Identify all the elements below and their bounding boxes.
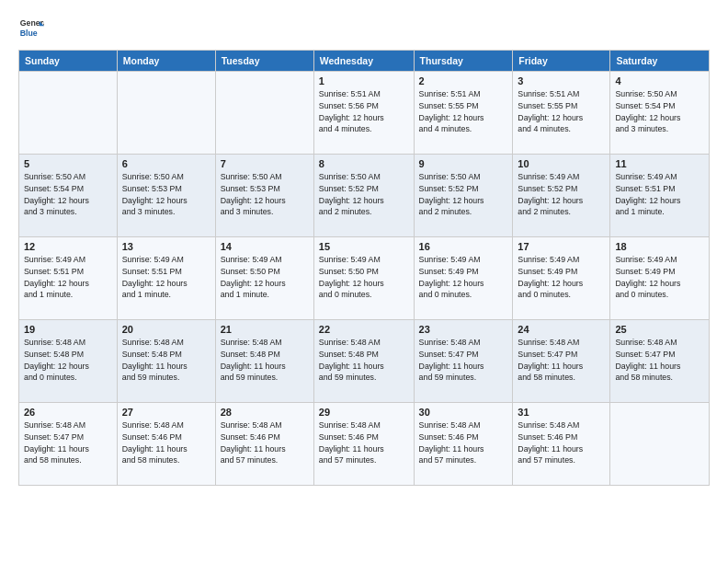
day-info: Sunrise: 5:49 AMSunset: 5:49 PMDaylight:… bbox=[419, 254, 508, 301]
week-row-4: 19Sunrise: 5:48 AMSunset: 5:48 PMDayligh… bbox=[19, 320, 710, 403]
calendar-cell: 17Sunrise: 5:49 AMSunset: 5:49 PMDayligh… bbox=[513, 237, 610, 320]
calendar-cell: 21Sunrise: 5:48 AMSunset: 5:48 PMDayligh… bbox=[215, 320, 313, 403]
day-info: Sunrise: 5:48 AMSunset: 5:46 PMDaylight:… bbox=[518, 419, 605, 466]
day-number: 29 bbox=[319, 407, 409, 418]
calendar-cell: 19Sunrise: 5:48 AMSunset: 5:48 PMDayligh… bbox=[19, 320, 118, 403]
day-number: 24 bbox=[518, 324, 605, 335]
calendar-cell: 12Sunrise: 5:49 AMSunset: 5:51 PMDayligh… bbox=[19, 237, 118, 320]
day-info: Sunrise: 5:49 AMSunset: 5:50 PMDaylight:… bbox=[319, 254, 409, 301]
calendar-cell: 3Sunrise: 5:51 AMSunset: 5:55 PMDaylight… bbox=[513, 72, 610, 155]
day-info: Sunrise: 5:51 AMSunset: 5:56 PMDaylight:… bbox=[319, 88, 409, 135]
calendar-cell: 14Sunrise: 5:49 AMSunset: 5:50 PMDayligh… bbox=[215, 237, 313, 320]
day-number: 18 bbox=[615, 241, 704, 252]
day-number: 11 bbox=[615, 158, 704, 169]
calendar-cell: 11Sunrise: 5:49 AMSunset: 5:51 PMDayligh… bbox=[610, 155, 710, 237]
logo: General Blue bbox=[18, 15, 48, 40]
day-info: Sunrise: 5:48 AMSunset: 5:48 PMDaylight:… bbox=[221, 337, 309, 384]
logo-icon: General Blue bbox=[18, 15, 44, 40]
calendar-cell: 2Sunrise: 5:51 AMSunset: 5:55 PMDaylight… bbox=[414, 72, 513, 155]
day-info: Sunrise: 5:48 AMSunset: 5:47 PMDaylight:… bbox=[518, 337, 605, 384]
calendar-cell: 10Sunrise: 5:49 AMSunset: 5:52 PMDayligh… bbox=[513, 155, 610, 237]
day-number: 31 bbox=[518, 407, 605, 418]
day-number: 22 bbox=[319, 324, 409, 335]
day-number: 26 bbox=[24, 407, 112, 418]
day-info: Sunrise: 5:49 AMSunset: 5:51 PMDaylight:… bbox=[122, 254, 210, 301]
day-header-friday: Friday bbox=[513, 51, 610, 72]
day-header-tuesday: Tuesday bbox=[215, 51, 313, 72]
svg-text:Blue: Blue bbox=[20, 29, 38, 38]
day-info: Sunrise: 5:51 AMSunset: 5:55 PMDaylight:… bbox=[518, 88, 605, 135]
week-row-5: 26Sunrise: 5:48 AMSunset: 5:47 PMDayligh… bbox=[19, 403, 710, 486]
day-header-sunday: Sunday bbox=[19, 51, 118, 72]
day-info: Sunrise: 5:49 AMSunset: 5:51 PMDaylight:… bbox=[24, 254, 112, 301]
calendar-cell: 4Sunrise: 5:50 AMSunset: 5:54 PMDaylight… bbox=[610, 72, 710, 155]
day-info: Sunrise: 5:50 AMSunset: 5:54 PMDaylight:… bbox=[24, 171, 112, 218]
day-info: Sunrise: 5:50 AMSunset: 5:52 PMDaylight:… bbox=[419, 171, 508, 218]
calendar-cell bbox=[215, 72, 313, 155]
calendar-cell: 7Sunrise: 5:50 AMSunset: 5:53 PMDaylight… bbox=[215, 155, 313, 237]
day-number: 15 bbox=[319, 241, 409, 252]
day-info: Sunrise: 5:48 AMSunset: 5:47 PMDaylight:… bbox=[24, 419, 112, 466]
calendar-cell: 5Sunrise: 5:50 AMSunset: 5:54 PMDaylight… bbox=[19, 155, 118, 237]
calendar-cell bbox=[19, 72, 118, 155]
day-info: Sunrise: 5:49 AMSunset: 5:49 PMDaylight:… bbox=[615, 254, 704, 301]
day-header-thursday: Thursday bbox=[414, 51, 513, 72]
day-number: 3 bbox=[518, 75, 605, 86]
day-info: Sunrise: 5:48 AMSunset: 5:46 PMDaylight:… bbox=[419, 419, 508, 466]
day-info: Sunrise: 5:48 AMSunset: 5:47 PMDaylight:… bbox=[615, 337, 704, 384]
calendar-cell: 18Sunrise: 5:49 AMSunset: 5:49 PMDayligh… bbox=[610, 237, 710, 320]
day-info: Sunrise: 5:50 AMSunset: 5:53 PMDaylight:… bbox=[122, 171, 210, 218]
day-number: 27 bbox=[122, 407, 210, 418]
day-number: 20 bbox=[122, 324, 210, 335]
day-number: 16 bbox=[419, 241, 508, 252]
day-number: 8 bbox=[319, 158, 409, 169]
calendar-cell: 1Sunrise: 5:51 AMSunset: 5:56 PMDaylight… bbox=[313, 72, 414, 155]
day-info: Sunrise: 5:50 AMSunset: 5:54 PMDaylight:… bbox=[615, 88, 704, 135]
calendar-cell: 9Sunrise: 5:50 AMSunset: 5:52 PMDaylight… bbox=[414, 155, 513, 237]
day-number: 9 bbox=[419, 158, 508, 169]
header: General Blue bbox=[18, 15, 710, 40]
calendar-cell: 26Sunrise: 5:48 AMSunset: 5:47 PMDayligh… bbox=[19, 403, 118, 486]
day-info: Sunrise: 5:50 AMSunset: 5:53 PMDaylight:… bbox=[221, 171, 309, 218]
calendar-body: 1Sunrise: 5:51 AMSunset: 5:56 PMDaylight… bbox=[19, 72, 710, 486]
week-row-2: 5Sunrise: 5:50 AMSunset: 5:54 PMDaylight… bbox=[19, 155, 710, 237]
day-number: 30 bbox=[419, 407, 508, 418]
day-info: Sunrise: 5:50 AMSunset: 5:52 PMDaylight:… bbox=[319, 171, 409, 218]
day-info: Sunrise: 5:48 AMSunset: 5:48 PMDaylight:… bbox=[319, 337, 409, 384]
day-number: 1 bbox=[319, 75, 409, 86]
calendar-cell: 24Sunrise: 5:48 AMSunset: 5:47 PMDayligh… bbox=[513, 320, 610, 403]
calendar-cell: 15Sunrise: 5:49 AMSunset: 5:50 PMDayligh… bbox=[313, 237, 414, 320]
calendar-table: SundayMondayTuesdayWednesdayThursdayFrid… bbox=[18, 50, 710, 486]
day-number: 12 bbox=[24, 241, 112, 252]
day-info: Sunrise: 5:48 AMSunset: 5:46 PMDaylight:… bbox=[221, 419, 309, 466]
calendar-cell: 16Sunrise: 5:49 AMSunset: 5:49 PMDayligh… bbox=[414, 237, 513, 320]
day-number: 2 bbox=[419, 75, 508, 86]
day-info: Sunrise: 5:49 AMSunset: 5:51 PMDaylight:… bbox=[615, 171, 704, 218]
day-header-saturday: Saturday bbox=[610, 51, 710, 72]
calendar-cell bbox=[610, 403, 710, 486]
day-info: Sunrise: 5:48 AMSunset: 5:47 PMDaylight:… bbox=[419, 337, 508, 384]
day-info: Sunrise: 5:48 AMSunset: 5:46 PMDaylight:… bbox=[319, 419, 409, 466]
calendar-cell: 30Sunrise: 5:48 AMSunset: 5:46 PMDayligh… bbox=[414, 403, 513, 486]
day-number: 21 bbox=[221, 324, 309, 335]
calendar-cell: 23Sunrise: 5:48 AMSunset: 5:47 PMDayligh… bbox=[414, 320, 513, 403]
day-info: Sunrise: 5:49 AMSunset: 5:52 PMDaylight:… bbox=[518, 171, 605, 218]
day-number: 25 bbox=[615, 324, 704, 335]
day-number: 5 bbox=[24, 158, 112, 169]
calendar-cell: 6Sunrise: 5:50 AMSunset: 5:53 PMDaylight… bbox=[117, 155, 215, 237]
day-number: 23 bbox=[419, 324, 508, 335]
calendar-header: SundayMondayTuesdayWednesdayThursdayFrid… bbox=[19, 51, 710, 72]
calendar-cell: 31Sunrise: 5:48 AMSunset: 5:46 PMDayligh… bbox=[513, 403, 610, 486]
calendar-cell bbox=[117, 72, 215, 155]
day-info: Sunrise: 5:49 AMSunset: 5:50 PMDaylight:… bbox=[221, 254, 309, 301]
week-row-3: 12Sunrise: 5:49 AMSunset: 5:51 PMDayligh… bbox=[19, 237, 710, 320]
day-number: 19 bbox=[24, 324, 112, 335]
day-info: Sunrise: 5:48 AMSunset: 5:48 PMDaylight:… bbox=[24, 337, 112, 384]
day-header-monday: Monday bbox=[117, 51, 215, 72]
calendar-cell: 29Sunrise: 5:48 AMSunset: 5:46 PMDayligh… bbox=[313, 403, 414, 486]
calendar-cell: 13Sunrise: 5:49 AMSunset: 5:51 PMDayligh… bbox=[117, 237, 215, 320]
day-info: Sunrise: 5:48 AMSunset: 5:48 PMDaylight:… bbox=[122, 337, 210, 384]
day-number: 7 bbox=[221, 158, 309, 169]
calendar-cell: 20Sunrise: 5:48 AMSunset: 5:48 PMDayligh… bbox=[117, 320, 215, 403]
calendar-cell: 22Sunrise: 5:48 AMSunset: 5:48 PMDayligh… bbox=[313, 320, 414, 403]
